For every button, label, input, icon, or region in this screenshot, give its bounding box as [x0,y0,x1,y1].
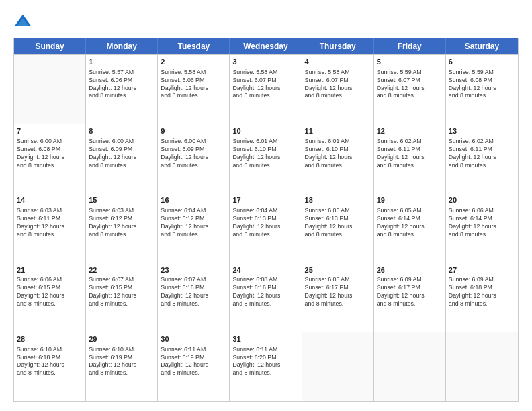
calendar-cell: 11Sunrise: 6:01 AMSunset: 6:10 PMDayligh… [302,124,374,193]
calendar-cell: 2Sunrise: 5:58 AMSunset: 6:06 PMDaylight… [158,55,230,124]
cell-info: Sunrise: 6:04 AMSunset: 6:13 PMDaylight:… [232,207,298,239]
calendar-cell: 29Sunrise: 6:10 AMSunset: 6:19 PMDayligh… [86,332,158,401]
calendar-cell: 3Sunrise: 5:58 AMSunset: 6:07 PMDaylight… [230,55,302,124]
cell-info: Sunrise: 6:10 AMSunset: 6:18 PMDaylight:… [17,346,83,378]
calendar-cell: 23Sunrise: 6:07 AMSunset: 6:16 PMDayligh… [158,263,230,332]
day-number: 27 [449,265,515,275]
calendar-row: 7Sunrise: 6:00 AMSunset: 6:08 PMDaylight… [14,124,518,193]
day-number: 31 [232,334,298,345]
day-number: 8 [89,126,154,136]
cell-info: Sunrise: 6:08 AMSunset: 6:16 PMDaylight:… [232,276,298,308]
calendar-cell [302,332,374,401]
calendar-cell: 26Sunrise: 6:09 AMSunset: 6:17 PMDayligh… [374,263,446,332]
calendar-cell: 8Sunrise: 6:00 AMSunset: 6:09 PMDaylight… [86,124,158,193]
calendar-cell [446,332,518,401]
calendar-cell: 15Sunrise: 6:03 AMSunset: 6:12 PMDayligh… [86,193,158,262]
cell-info: Sunrise: 6:11 AMSunset: 6:20 PMDaylight:… [232,346,298,378]
day-number: 18 [305,195,371,205]
day-number: 12 [377,126,443,136]
day-number: 4 [305,57,371,67]
day-number: 9 [161,126,226,136]
cell-info: Sunrise: 6:03 AMSunset: 6:12 PMDaylight:… [89,207,154,239]
calendar-row: 14Sunrise: 6:03 AMSunset: 6:11 PMDayligh… [14,193,518,262]
calendar-cell [14,55,86,124]
page: SundayMondayTuesdayWednesdayThursdayFrid… [0,0,532,411]
cell-info: Sunrise: 5:59 AMSunset: 6:07 PMDaylight:… [377,68,443,101]
day-number: 3 [232,57,298,67]
calendar-header-row: SundayMondayTuesdayWednesdayThursdayFrid… [14,38,518,54]
calendar-cell: 14Sunrise: 6:03 AMSunset: 6:11 PMDayligh… [14,193,86,262]
calendar-cell: 10Sunrise: 6:01 AMSunset: 6:10 PMDayligh… [230,124,302,193]
calendar-cell: 13Sunrise: 6:02 AMSunset: 6:11 PMDayligh… [446,124,518,193]
cell-info: Sunrise: 5:57 AMSunset: 6:06 PMDaylight:… [89,68,154,101]
calendar-cell: 30Sunrise: 6:11 AMSunset: 6:19 PMDayligh… [158,332,230,401]
day-number: 20 [449,195,515,205]
day-number: 25 [305,265,371,275]
calendar-body: 1Sunrise: 5:57 AMSunset: 6:06 PMDaylight… [14,54,518,401]
calendar-header-cell: Friday [374,38,446,54]
day-number: 15 [89,195,154,205]
cell-info: Sunrise: 6:00 AMSunset: 6:09 PMDaylight:… [89,138,154,170]
day-number: 2 [161,57,226,67]
calendar-header-cell: Wednesday [230,38,302,54]
calendar-header-cell: Thursday [302,38,374,54]
cell-info: Sunrise: 6:05 AMSunset: 6:13 PMDaylight:… [305,207,371,239]
calendar-cell: 21Sunrise: 6:06 AMSunset: 6:15 PMDayligh… [14,263,86,332]
day-number: 29 [89,334,154,345]
calendar-header-cell: Sunday [14,38,86,54]
day-number: 16 [161,195,226,205]
calendar-row: 28Sunrise: 6:10 AMSunset: 6:18 PMDayligh… [14,332,518,401]
cell-info: Sunrise: 5:58 AMSunset: 6:07 PMDaylight:… [232,68,298,101]
calendar-cell [374,332,446,401]
cell-info: Sunrise: 6:06 AMSunset: 6:15 PMDaylight:… [17,276,83,308]
day-number: 22 [89,265,154,275]
cell-info: Sunrise: 6:07 AMSunset: 6:16 PMDaylight:… [161,276,226,308]
cell-info: Sunrise: 6:00 AMSunset: 6:08 PMDaylight:… [17,138,83,170]
day-number: 24 [232,265,298,275]
cell-info: Sunrise: 5:59 AMSunset: 6:08 PMDaylight:… [449,68,515,101]
cell-info: Sunrise: 6:09 AMSunset: 6:17 PMDaylight:… [377,276,443,308]
calendar-cell: 4Sunrise: 5:58 AMSunset: 6:07 PMDaylight… [302,55,374,124]
calendar-cell: 19Sunrise: 6:05 AMSunset: 6:14 PMDayligh… [374,193,446,262]
calendar-cell: 17Sunrise: 6:04 AMSunset: 6:13 PMDayligh… [230,193,302,262]
cell-info: Sunrise: 6:08 AMSunset: 6:17 PMDaylight:… [305,276,371,308]
day-number: 28 [17,334,83,345]
day-number: 21 [17,265,83,275]
calendar-cell: 22Sunrise: 6:07 AMSunset: 6:15 PMDayligh… [86,263,158,332]
day-number: 7 [17,126,83,136]
logo-icon [13,12,32,31]
cell-info: Sunrise: 6:06 AMSunset: 6:14 PMDaylight:… [449,207,515,239]
day-number: 5 [377,57,443,67]
day-number: 17 [232,195,298,205]
calendar-header-cell: Tuesday [158,38,230,54]
day-number: 1 [89,57,154,67]
cell-info: Sunrise: 6:07 AMSunset: 6:15 PMDaylight:… [89,276,154,308]
calendar-cell: 18Sunrise: 6:05 AMSunset: 6:13 PMDayligh… [302,193,374,262]
calendar-cell: 20Sunrise: 6:06 AMSunset: 6:14 PMDayligh… [446,193,518,262]
calendar-cell: 16Sunrise: 6:04 AMSunset: 6:12 PMDayligh… [158,193,230,262]
cell-info: Sunrise: 6:10 AMSunset: 6:19 PMDaylight:… [89,346,154,378]
cell-info: Sunrise: 6:05 AMSunset: 6:14 PMDaylight:… [377,207,443,239]
calendar-cell: 24Sunrise: 6:08 AMSunset: 6:16 PMDayligh… [230,263,302,332]
cell-info: Sunrise: 6:01 AMSunset: 6:10 PMDaylight:… [305,138,371,170]
day-number: 10 [232,126,298,136]
day-number: 13 [449,126,515,136]
cell-info: Sunrise: 6:09 AMSunset: 6:18 PMDaylight:… [449,276,515,308]
calendar-row: 21Sunrise: 6:06 AMSunset: 6:15 PMDayligh… [14,263,518,332]
day-number: 14 [17,195,83,205]
cell-info: Sunrise: 6:02 AMSunset: 6:11 PMDaylight:… [377,138,443,170]
day-number: 6 [449,57,515,67]
calendar-cell: 9Sunrise: 6:00 AMSunset: 6:09 PMDaylight… [158,124,230,193]
cell-info: Sunrise: 6:02 AMSunset: 6:11 PMDaylight:… [449,138,515,170]
calendar-cell: 7Sunrise: 6:00 AMSunset: 6:08 PMDaylight… [14,124,86,193]
calendar-cell: 5Sunrise: 5:59 AMSunset: 6:07 PMDaylight… [374,55,446,124]
day-number: 30 [161,334,226,345]
calendar-cell: 31Sunrise: 6:11 AMSunset: 6:20 PMDayligh… [230,332,302,401]
calendar-header-cell: Saturday [446,38,518,54]
calendar-cell: 6Sunrise: 5:59 AMSunset: 6:08 PMDaylight… [446,55,518,124]
cell-info: Sunrise: 5:58 AMSunset: 6:07 PMDaylight:… [305,68,371,101]
cell-info: Sunrise: 6:04 AMSunset: 6:12 PMDaylight:… [161,207,226,239]
header [13,12,519,31]
cell-info: Sunrise: 6:01 AMSunset: 6:10 PMDaylight:… [232,138,298,170]
cell-info: Sunrise: 6:11 AMSunset: 6:19 PMDaylight:… [161,346,226,378]
